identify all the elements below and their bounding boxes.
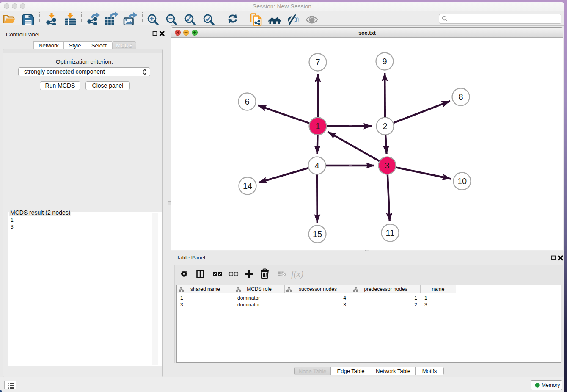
svg-text:11: 11 (386, 228, 395, 237)
svg-text:8: 8 (458, 92, 463, 102)
svg-text:6: 6 (245, 97, 249, 106)
svg-text:14: 14 (243, 181, 252, 190)
svg-text:2: 2 (383, 121, 387, 131)
svg-text:f(x): f(x) (291, 269, 303, 279)
svg-text:15: 15 (313, 229, 322, 239)
svg-text:3: 3 (385, 161, 389, 170)
svg-text:10: 10 (457, 177, 467, 186)
svg-text:1: 1 (315, 121, 320, 131)
svg-text:7: 7 (315, 58, 320, 67)
svg-text:4: 4 (314, 161, 319, 170)
svg-text:9: 9 (382, 57, 387, 66)
